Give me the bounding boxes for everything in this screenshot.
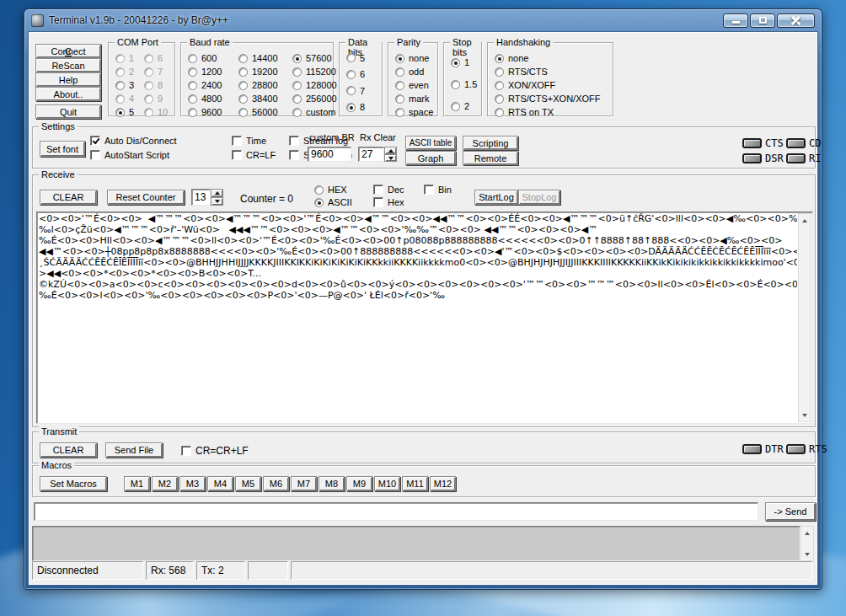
scroll-down-icon[interactable] [801, 548, 813, 560]
handshaking-radio[interactable]: none [495, 51, 601, 65]
parity-radio[interactable]: space [395, 105, 433, 119]
com-port-radio[interactable]: 5 [115, 105, 144, 119]
ascii-mode-radio[interactable]: ASCII [314, 197, 352, 207]
parity-radio[interactable]: odd [395, 65, 433, 78]
cr-crlf-checkbox[interactable]: CR=CR+LF [181, 445, 249, 457]
baud-rate-radio[interactable]: 2400 [188, 78, 238, 92]
rts-indicator[interactable]: RTS [786, 443, 827, 455]
scroll-up-icon[interactable] [799, 214, 811, 227]
transmit-display[interactable] [32, 526, 800, 561]
receive-scrollbar[interactable] [798, 213, 811, 422]
quit-button[interactable]: Quit [35, 104, 101, 119]
com-port-radio[interactable]: 7 [144, 65, 178, 78]
set-font-button[interactable]: Set font [40, 141, 85, 157]
dec-checkbox[interactable]: Dec [373, 185, 404, 195]
data-bits-radio[interactable]: 5 [346, 50, 365, 67]
connect-button[interactable]: CConnect [35, 44, 101, 58]
data-bits-radio[interactable]: 6 [346, 67, 365, 83]
spinner-up-button[interactable] [211, 189, 223, 197]
baud-rate-radio[interactable]: custom [292, 105, 338, 119]
maximize-button[interactable] [750, 13, 775, 28]
receive-terminal-output[interactable]: <0><0>'™É<0><0> ◀™™™<0><0>◀™™™<0><0>'™É<… [36, 212, 813, 424]
parity-radio[interactable]: even [395, 78, 433, 92]
baud-rate-radio[interactable]: 600 [188, 51, 238, 65]
com-port-radio[interactable]: 3 [115, 78, 144, 92]
baud-rate-radio[interactable]: 38400 [238, 92, 292, 105]
startlog-button[interactable]: StartLog [474, 190, 518, 205]
baud-rate-radio[interactable]: 28800 [238, 78, 292, 92]
custom-br-input[interactable] [308, 147, 351, 162]
ascii-table-button[interactable]: ASCII table [405, 136, 456, 150]
stop-bits-radio[interactable]: 2 [451, 95, 477, 117]
macro-button[interactable]: M7 [291, 476, 317, 491]
stop-bits-radio[interactable]: 1.5 [451, 73, 477, 95]
scroll-up-icon[interactable] [801, 527, 813, 539]
baud-rate-radio[interactable]: 19200 [238, 65, 292, 78]
macro-button[interactable]: M2 [152, 476, 178, 491]
baud-rate-radio[interactable]: 4800 [188, 92, 238, 105]
macro-button[interactable]: M9 [346, 476, 372, 491]
graph-button[interactable]: Graph [405, 151, 456, 165]
baud-rate-radio[interactable]: 56000 [238, 105, 292, 119]
hex-mode-radio[interactable]: HEX [314, 185, 347, 195]
com-port-radio[interactable]: 2 [115, 65, 144, 78]
spinner-down-button[interactable] [384, 154, 397, 162]
hex-checkbox[interactable]: Hex [373, 197, 404, 207]
stoplog-button[interactable]: StopLog [518, 190, 560, 205]
auto-disconnect-checkbox[interactable]: Auto Dis/Connect [90, 136, 177, 146]
baud-rate-radio[interactable]: 1200 [188, 65, 238, 78]
parity-radio[interactable]: mark [395, 92, 433, 105]
handshaking-radio[interactable]: RTS/CTS+XON/XOFF [495, 92, 601, 105]
rescan-button[interactable]: ReScan [35, 58, 101, 72]
macro-button[interactable]: M8 [319, 476, 345, 491]
minimize-button[interactable] [723, 13, 748, 28]
cr-lf-checkbox[interactable]: CR=LF [232, 150, 276, 160]
send-input[interactable] [34, 502, 758, 521]
stop-bits-radio[interactable]: 1 [451, 51, 477, 73]
rx-clear-value[interactable]: 27 [358, 147, 384, 162]
autostart-script-checkbox[interactable]: AutoStart Script [90, 150, 169, 160]
macro-button[interactable]: M5 [235, 476, 261, 491]
transmit-clear-button[interactable]: CLEAR [40, 442, 97, 458]
remote-button[interactable]: Remote [463, 151, 518, 165]
time-checkbox[interactable]: Time [232, 136, 266, 146]
data-bits-radio[interactable]: 8 [346, 99, 365, 116]
parity-radio[interactable]: none [395, 51, 433, 65]
help-button[interactable]: Help [35, 72, 101, 87]
baud-rate-radio[interactable]: 14400 [238, 51, 292, 65]
com-port-radio[interactable]: 10 [144, 105, 178, 119]
handshaking-radio[interactable]: RTS on TX [495, 105, 601, 119]
counter-spinner-value[interactable]: 13 [191, 189, 211, 206]
scripting-button[interactable]: Scripting [463, 136, 518, 150]
macro-button[interactable]: M6 [263, 476, 289, 491]
macro-button[interactable]: M4 [207, 476, 233, 491]
transmit-scrollbar[interactable] [800, 526, 814, 561]
com-port-radio[interactable]: 4 [115, 92, 144, 105]
com-port-radio[interactable]: 9 [144, 92, 178, 105]
com-port-radio[interactable]: 6 [144, 51, 178, 65]
macro-button[interactable]: M12 [430, 476, 456, 491]
com-port-radio[interactable]: 8 [144, 78, 178, 92]
macro-button[interactable]: M10 [374, 476, 400, 491]
baud-rate-radio[interactable]: 128000 [292, 78, 338, 92]
dtr-indicator[interactable]: DTR [742, 443, 784, 455]
baud-rate-radio[interactable]: 9600 [188, 105, 238, 119]
baud-rate-radio[interactable]: 115200 [292, 65, 338, 78]
macro-button[interactable]: M1 [124, 476, 150, 491]
send-button[interactable]: -> Send [765, 502, 816, 521]
handshaking-radio[interactable]: RTS/CTS [495, 65, 601, 78]
spinner-down-button[interactable] [211, 197, 223, 206]
macro-button[interactable]: M3 [179, 476, 206, 491]
receive-clear-button[interactable]: CLEAR [40, 190, 97, 205]
baud-rate-radio[interactable]: 57600 [292, 51, 338, 65]
data-bits-radio[interactable]: 7 [346, 83, 365, 99]
bin-checkbox[interactable]: Bin [424, 185, 452, 195]
set-macros-button[interactable]: Set Macros [40, 476, 107, 491]
spinner-up-button[interactable] [384, 147, 397, 154]
titlebar[interactable]: Terminal v1.9b - 20041226 - by Br@y++ [24, 9, 822, 31]
baud-rate-radio[interactable]: 256000 [292, 92, 338, 105]
macro-button[interactable]: M11 [402, 476, 428, 491]
reset-counter-button[interactable]: Reset Counter [107, 190, 185, 205]
about-button[interactable]: About.. [35, 87, 101, 101]
handshaking-radio[interactable]: XON/XOFF [495, 78, 601, 92]
